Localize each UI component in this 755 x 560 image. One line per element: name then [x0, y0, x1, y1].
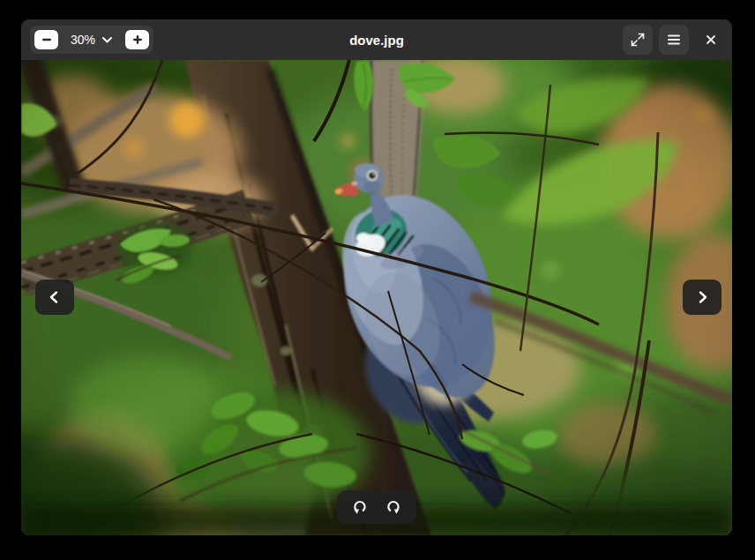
- zoom-level-dropdown[interactable]: 30%: [63, 26, 121, 54]
- zoom-in-icon: [132, 34, 143, 45]
- chevron-down-icon: [101, 36, 113, 44]
- zoom-in-button[interactable]: [125, 30, 149, 49]
- fullscreen-icon: [631, 33, 645, 47]
- next-image-button[interactable]: [683, 280, 721, 315]
- rotate-clockwise-icon: [385, 498, 402, 516]
- photo-dove: [21, 60, 732, 535]
- zoom-out-icon: [41, 34, 52, 45]
- hamburger-menu-icon: [668, 34, 680, 45]
- header-right-controls: [623, 25, 723, 55]
- window-title: dove.jpg: [349, 33, 404, 48]
- chevron-left-icon: [46, 288, 64, 306]
- chevron-right-icon: [693, 288, 711, 306]
- headerbar: 30% dove.jpg: [21, 19, 732, 60]
- zoom-controls: 30%: [30, 26, 153, 54]
- photo-canvas: [21, 60, 732, 535]
- image-viewer-window: 30% dove.jpg: [21, 19, 732, 535]
- zoom-level-value: 30%: [71, 34, 95, 46]
- rotate-toolbar: [337, 490, 416, 524]
- rotate-counterclockwise-button[interactable]: [349, 497, 370, 518]
- close-window-button[interactable]: [699, 27, 723, 52]
- previous-image-button[interactable]: [35, 280, 74, 315]
- fullscreen-button[interactable]: [623, 25, 653, 55]
- zoom-out-button[interactable]: [34, 30, 58, 49]
- close-icon: [706, 34, 716, 45]
- main-menu-button[interactable]: [659, 25, 689, 55]
- rotate-clockwise-button[interactable]: [383, 497, 404, 518]
- rotate-counterclockwise-icon: [351, 498, 369, 516]
